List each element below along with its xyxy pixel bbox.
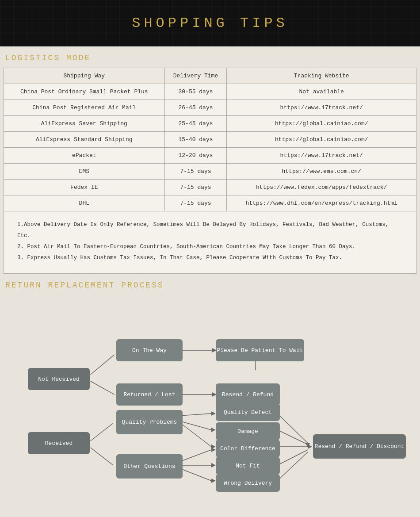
table-row: AliExpress Standard Shipping15-40 daysht… [4,132,416,148]
svg-marker-11 [211,411,216,416]
table-row: AliExpress Saver Shipping25-45 dayshttps… [4,116,416,132]
resend-refund-box: Resend / Refund [216,383,280,406]
table-row: China Post Ordinary Small Packet Plus30-… [4,84,416,100]
table-row: EMS7-15 dayshttps://www.ems.com.cn/ [4,164,416,180]
other-questions-box: Other Questions [116,454,183,479]
table-cell: AliExpress Saver Shipping [4,116,165,132]
table-row: ePacket12-20 dayshttps://www.17track.net… [4,148,416,164]
table-row: China Post Registered Air Mail26-45 days… [4,100,416,116]
table-cell: 25-45 days [164,116,227,132]
svg-line-27 [277,450,308,465]
logistics-section: LOGISTICS MODE Shipping Way Delivery Tim… [0,46,420,274]
svg-marker-21 [211,479,216,483]
svg-line-10 [179,414,211,416]
note-2: 2. Post Air Mail To Eastern-European Cou… [17,241,403,253]
table-cell: https://global.cainiao.com/ [227,132,416,148]
table-cell: Fedex IE [4,180,165,195]
table-cell: ePacket [4,148,165,164]
table-cell: 15-40 days [164,132,227,148]
flow-diagram: Not Received Received On The Way Returne… [4,299,416,490]
logistics-heading: LOGISTICS MODE [4,46,416,68]
damage-box: Damage [216,422,280,440]
svg-marker-13 [211,428,216,432]
svg-line-22 [277,414,308,443]
return-heading: RETURN REPLACEMENT PROCESS [4,274,416,295]
table-row: DHL7-15 dayshttps://www.dhl.com/en/expre… [4,195,416,211]
logistics-table: Shipping Way Delivery Time Tracking Webs… [4,68,416,211]
svg-marker-26 [308,444,312,449]
svg-line-16 [179,450,211,462]
col-header-tracking: Tracking Website [227,68,416,84]
wrong-delivery-box: Wrong Delivery [216,474,280,492]
svg-marker-15 [211,444,216,449]
table-cell: 26-45 days [164,100,227,116]
quality-defect-box: Quality Defect [216,403,280,421]
table-cell: https://www.ems.com.cn/ [227,164,416,180]
resend-refund-discount-box: Resend / Refund / Discount [313,434,406,459]
on-the-way-box: On The Way [116,339,183,361]
table-cell: 7-15 days [164,164,227,180]
not-fit-box: Not Fit [216,457,280,475]
logistics-notes: 1.Above Delivery Date Is Only Reference,… [4,211,416,274]
table-cell: https://global.cainiao.com/ [227,116,416,132]
color-difference-box: Color Difference [216,440,280,457]
svg-marker-23 [305,443,310,448]
table-cell: https://www.17track.net/ [227,100,416,116]
table-row: Fedex IE7-15 dayshttps://www.fedex.com/a… [4,180,416,195]
table-cell: 7-15 days [164,180,227,195]
svg-marker-17 [211,448,216,452]
table-cell: Not available [227,84,416,100]
table-cell: https://www.dhl.com/en/express/tracking.… [227,195,416,211]
svg-line-9 [91,448,113,465]
table-cell: DHL [4,195,165,211]
svg-marker-19 [211,463,216,467]
table-cell: AliExpress Standard Shipping [4,132,165,148]
table-cell: China Post Ordinary Small Packet Plus [4,84,165,100]
table-cell: China Post Registered Air Mail [4,100,165,116]
svg-line-28 [277,452,308,481]
svg-line-20 [179,468,211,481]
please-be-patient-box: Please Be Patient To Wait [216,339,304,361]
table-cell: EMS [4,164,165,180]
note-3: 3. Express Usually Has Customs Tax Issue… [17,253,403,264]
table-cell: https://www.fedex.com/apps/fedextrack/ [227,180,416,195]
flow-arrows [4,299,416,490]
col-header-shipping: Shipping Way [4,68,165,84]
page-title: SHOPPING TIPS [132,15,288,31]
table-cell: https://www.17track.net/ [227,148,416,164]
svg-line-12 [179,421,211,430]
received-box: Received [28,432,90,454]
note-1: 1.Above Delivery Date Is Only Reference,… [17,219,403,241]
table-cell: 7-15 days [164,195,227,211]
return-section: RETURN REPLACEMENT PROCESS [0,274,420,498]
svg-line-0 [91,355,115,375]
page-header: SHOPPING TIPS [0,0,420,46]
quality-problems-box: Quality Problems [116,410,183,434]
table-cell: 12-20 days [164,148,227,164]
col-header-delivery: Delivery Time [164,68,227,84]
svg-line-8 [91,423,113,441]
svg-line-24 [277,430,308,444]
table-cell: 30-55 days [164,84,227,100]
returned-lost-box: Returned / Lost [116,383,183,406]
svg-line-1 [91,381,115,394]
not-received-box: Not Received [28,368,90,390]
svg-line-14 [179,422,211,447]
